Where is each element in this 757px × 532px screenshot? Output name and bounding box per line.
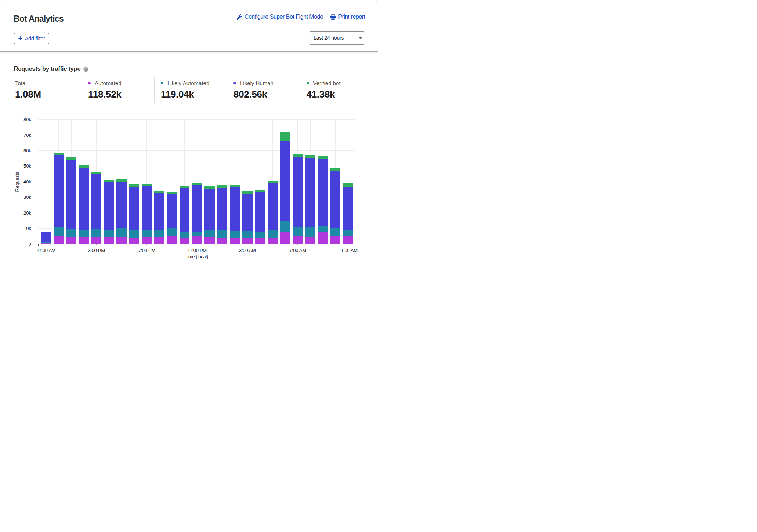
svg-text:7:00 AM: 7:00 AM <box>289 248 306 253</box>
svg-text:10k: 10k <box>23 226 31 231</box>
svg-text:20k: 20k <box>23 210 31 216</box>
svg-text:80k: 80k <box>23 117 31 122</box>
svg-text:Requests: Requests <box>14 171 20 192</box>
svg-text:3:00 PM: 3:00 PM <box>88 248 105 253</box>
svg-text:70k: 70k <box>23 132 31 138</box>
svg-text:60k: 60k <box>23 148 31 153</box>
svg-text:7:00 PM: 7:00 PM <box>138 248 155 253</box>
svg-text:3:00 AM: 3:00 AM <box>239 248 256 253</box>
svg-text:11:00 AM: 11:00 AM <box>338 248 358 253</box>
svg-text:Time (local): Time (local) <box>185 254 208 259</box>
svg-text:11:00 AM: 11:00 AM <box>37 248 56 253</box>
svg-text:11:00 PM: 11:00 PM <box>188 248 207 253</box>
svg-text:40k: 40k <box>23 179 31 185</box>
svg-text:30k: 30k <box>23 194 31 200</box>
svg-text:0: 0 <box>29 241 31 247</box>
svg-text:50k: 50k <box>23 163 31 169</box>
